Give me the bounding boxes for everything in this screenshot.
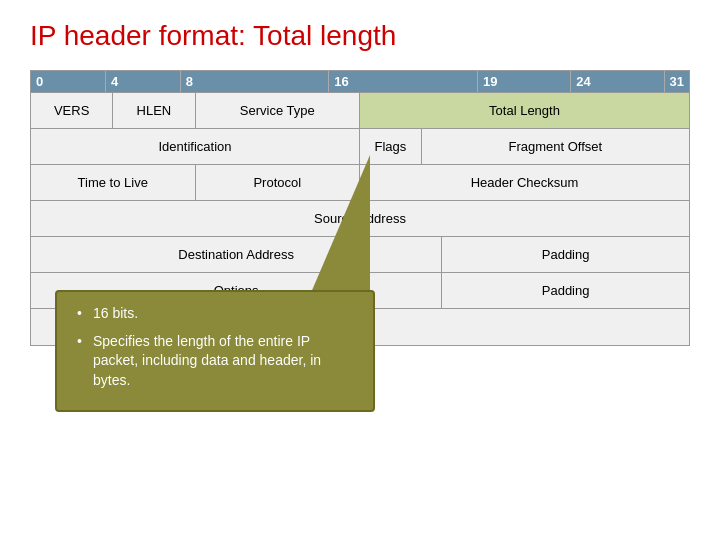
bit-0: 0: [31, 71, 106, 92]
page: IP header format: Total length 0 4 8 16 …: [0, 0, 720, 540]
callout-item-1: 16 bits.: [73, 304, 357, 324]
bit-19: 19: [478, 71, 571, 92]
total-length-cell: Total Length: [360, 93, 689, 128]
callout-item-2: Specifies the length of the entire IP pa…: [73, 332, 357, 391]
bit-8: 8: [181, 71, 330, 92]
padding-cell-5: Padding: [442, 237, 689, 272]
vers-cell: VERS: [31, 93, 113, 128]
callout-arrow: [310, 155, 370, 295]
bit-16: 16: [329, 71, 478, 92]
bit-number-row: 0 4 8 16 19 24 31: [31, 71, 689, 93]
callout-box: 16 bits. Specifies the length of the ent…: [55, 290, 375, 412]
header-checksum-cell: Header Checksum: [360, 165, 689, 200]
service-type-cell: Service Type: [196, 93, 361, 128]
bit-31: 31: [665, 71, 689, 92]
ttl-cell: Time to Live: [31, 165, 196, 200]
row-1: VERS HLEN Service Type Total Length: [31, 93, 689, 129]
fragment-offset-cell: Fragment Offset: [422, 129, 689, 164]
bit-4: 4: [106, 71, 181, 92]
padding-cell-6: Padding: [442, 273, 689, 308]
hlen-cell: HLEN: [113, 93, 195, 128]
bit-24: 24: [571, 71, 664, 92]
callout-list: 16 bits. Specifies the length of the ent…: [73, 304, 357, 390]
page-title: IP header format: Total length: [30, 20, 690, 52]
destination-address-cell: Destination Address: [31, 237, 442, 272]
